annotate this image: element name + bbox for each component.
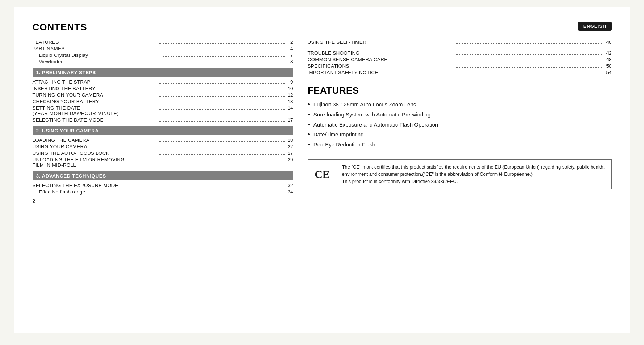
feature-text: Fujinon 38-125mm Auto Focus Zoom Lens: [313, 101, 416, 107]
toc-entry: LOADING THE CAMERA 18: [33, 137, 293, 143]
ce-box: CE The "CE" mark certifies that this pro…: [308, 159, 612, 189]
toc-entry: FEATURES 2: [33, 39, 293, 45]
feature-item: •Fujinon 38-125mm Auto Focus Zoom Lens: [308, 101, 612, 108]
toc-entry: COMMON SENSE CAMERA CARE 48: [308, 57, 612, 62]
toc-entry: USING THE SELF-TIMER 40: [308, 39, 612, 45]
right-toc-entries: USING THE SELF-TIMER 40 TROUBLE SHOOTING…: [308, 39, 612, 84]
bullet: •: [308, 141, 310, 149]
section-header: 2. USING YOUR CAMERA: [33, 126, 293, 135]
page-number: 2: [33, 198, 293, 204]
toc-label: USING THE AUTO-FOCUS LOCK: [33, 150, 158, 156]
toc-label: Viewfinder: [39, 59, 161, 64]
toc-page: 14: [286, 105, 293, 111]
toc-label: FEATURES: [33, 39, 158, 45]
toc-dots: [163, 56, 285, 57]
toc-page: 10: [286, 86, 293, 91]
toc-dots: [159, 148, 285, 148]
feature-text: Date/Time Imprinting: [313, 131, 364, 137]
bullet: •: [308, 101, 310, 108]
toc-page: 32: [286, 183, 293, 188]
toc-entry: IMPORTANT SAFETY NOTICE 54: [308, 70, 612, 75]
toc-dots: [456, 54, 603, 55]
toc-label: USING THE SELF-TIMER: [308, 39, 455, 45]
toc-dots: [159, 90, 285, 90]
toc-entry: USING YOUR CAMERA 22: [33, 144, 293, 149]
section-header: 1. PRELIMINARY STEPS: [33, 68, 293, 77]
page: CONTENTS ENGLISH FEATURES 2 PART NAMES 4…: [14, 7, 630, 333]
toc-label: Liquid Crystal Display: [39, 52, 161, 58]
toc-page: 7: [286, 52, 293, 58]
section-header: 3. ADVANCED TECHNIQUES: [33, 171, 293, 180]
toc-page: 12: [286, 92, 293, 98]
feature-item: •Sure-loading System with Automatic Pre-…: [308, 111, 612, 119]
toc-entry: TROUBLE SHOOTING 42: [308, 50, 612, 56]
toc-label: CHECKING YOUR BATTERY: [33, 99, 158, 104]
feature-item: •Red-Eye Reduction Flash: [308, 141, 612, 149]
toc-label: PART NAMES: [33, 46, 158, 51]
toc-page: 8: [286, 59, 293, 64]
toc-entry: USING THE AUTO-FOCUS LOCK 27: [33, 150, 293, 156]
features-list: •Fujinon 38-125mm Auto Focus Zoom Lens•S…: [308, 101, 612, 149]
toc-entry: SETTING THE DATE(YEAR-MONTH-DAY/HOUR-MIN…: [33, 105, 293, 116]
toc-page: 54: [605, 70, 612, 75]
toc-page: 18: [286, 137, 293, 143]
toc-page: 29: [286, 157, 293, 162]
toc-label: INSERTING THE BATTERY: [33, 86, 158, 91]
toc-entry: CHECKING YOUR BATTERY 13: [33, 99, 293, 104]
toc-page: 42: [605, 50, 612, 56]
feature-text: Red-Eye Reduction Flash: [313, 141, 375, 148]
toc-page: 4: [286, 46, 293, 51]
toc-label: SETTING THE DATE(YEAR-MONTH-DAY/HOUR-MIN…: [33, 105, 158, 116]
toc-entry: Effective flash range 34: [33, 189, 293, 195]
features-title: FEATURES: [308, 85, 612, 96]
toc-label: TURNING ON YOUR CAMERA: [33, 92, 158, 98]
toc-label: USING YOUR CAMERA: [33, 144, 158, 149]
bullet: •: [308, 111, 310, 119]
toc-entry: PART NAMES 4: [33, 46, 293, 51]
toc-page: 34: [286, 189, 293, 195]
toc-dots: [159, 96, 285, 97]
toc-label: IMPORTANT SAFETY NOTICE: [308, 70, 455, 75]
toc-dots: [456, 74, 603, 74]
ce-text: The "CE" mark certifies that this produc…: [337, 160, 611, 189]
toc-dots: [159, 121, 285, 122]
toc-dots: [159, 161, 285, 161]
toc-label: UNLOADING THE FILM OR REMOVINGFILM IN MI…: [33, 157, 158, 168]
toc-page: 40: [605, 39, 612, 45]
toc-page: 48: [605, 57, 612, 62]
feature-text: Automatic Exposure and Automatic Flash O…: [313, 122, 438, 128]
toc-page: 27: [286, 150, 293, 156]
toc-label: SELECTING THE DATE MODE: [33, 117, 158, 123]
toc-dots: [456, 43, 603, 44]
right-column: USING THE SELF-TIMER 40 TROUBLE SHOOTING…: [308, 39, 612, 318]
bullet: •: [308, 131, 310, 139]
toc-label: ATTACHING THE STRAP: [33, 79, 158, 85]
toc-entry: TURNING ON YOUR CAMERA 12: [33, 92, 293, 98]
toc-label: SPECIFICATIONS: [308, 63, 455, 69]
toc-dots: [456, 61, 603, 61]
feature-item: •Automatic Exposure and Automatic Flash …: [308, 122, 612, 129]
toc-entry: UNLOADING THE FILM OR REMOVINGFILM IN MI…: [33, 157, 293, 168]
toc-entry: Viewfinder 8: [33, 59, 293, 64]
toc-dots: [159, 141, 285, 142]
toc-dots: [163, 193, 285, 193]
toc-dots: [159, 50, 285, 50]
toc-label: TROUBLE SHOOTING: [308, 50, 455, 56]
top-bar: CONTENTS ENGLISH: [33, 22, 612, 33]
toc-label: Effective flash range: [39, 189, 161, 195]
feature-text: Sure-loading System with Automatic Pre-w…: [313, 111, 430, 118]
toc-dots: [163, 63, 285, 63]
toc-entry: SELECTING THE EXPOSURE MODE 32: [33, 183, 293, 188]
main-content: FEATURES 2 PART NAMES 4 Liquid Crystal D…: [33, 39, 612, 318]
toc-top-entries: FEATURES 2 PART NAMES 4 Liquid Crystal D…: [33, 39, 293, 64]
toc-dots: [456, 67, 603, 68]
toc-sections: 1. PRELIMINARY STEPS ATTACHING THE STRAP…: [33, 68, 293, 195]
english-badge: ENGLISH: [578, 22, 612, 31]
contents-title: CONTENTS: [33, 22, 87, 33]
toc-entry: SELECTING THE DATE MODE 17: [33, 117, 293, 123]
toc-page: 22: [286, 144, 293, 149]
toc-dots: [159, 187, 285, 187]
toc-dots: [159, 109, 285, 110]
ce-logo: CE: [308, 160, 337, 189]
toc-label: LOADING THE CAMERA: [33, 137, 158, 143]
